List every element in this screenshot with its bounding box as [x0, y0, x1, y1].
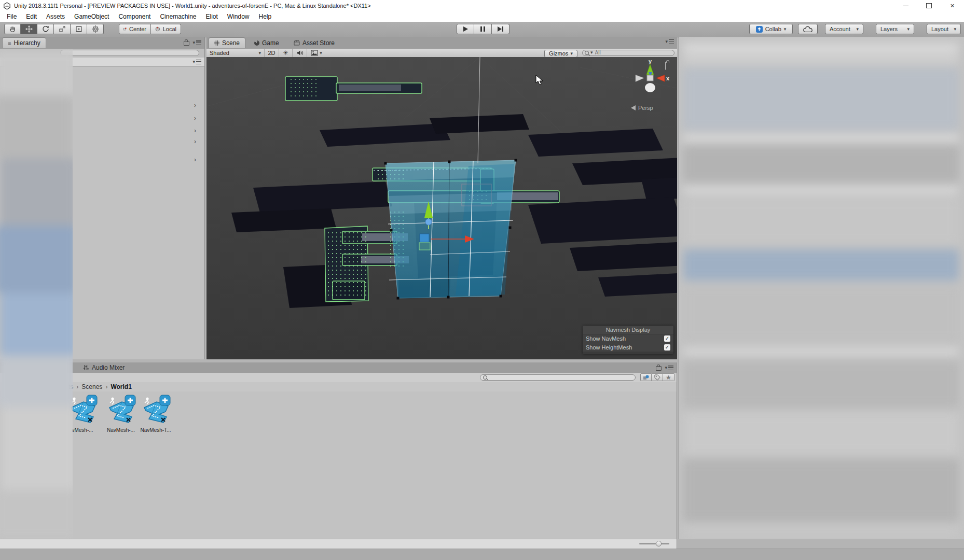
pause-icon	[480, 26, 485, 32]
thumbnail-zoom-slider[interactable]	[639, 543, 669, 544]
hand-tool-button[interactable]	[4, 24, 21, 34]
navmesh-display-row: Show HeightMesh ✓	[583, 343, 673, 352]
lock-icon[interactable]	[184, 41, 189, 46]
scene-audio-toggle[interactable]	[293, 49, 307, 57]
breadcrumb-scenes[interactable]: Scenes	[81, 383, 102, 390]
show-heightmesh-checkbox[interactable]: ✓	[664, 344, 670, 351]
menu-item-edit[interactable]: Edit	[21, 13, 42, 20]
blurred-left-column	[0, 49, 73, 539]
persp-cone-icon	[631, 105, 636, 110]
menu-item-help[interactable]: Help	[254, 13, 277, 20]
shading-mode-label: Shaded	[210, 50, 229, 56]
west-axis-cone[interactable]	[636, 75, 644, 82]
menu-item-window[interactable]: Window	[223, 13, 254, 20]
rect-tool-button[interactable]	[71, 24, 87, 34]
close-button[interactable]: ✕	[941, 0, 964, 11]
layout-caret-icon: ▾	[954, 27, 956, 32]
scene-search-field[interactable]: ▾	[582, 50, 674, 56]
tab-game[interactable]: Game	[249, 37, 284, 48]
scale-icon	[59, 25, 66, 33]
shading-mode-dropdown[interactable]: Shaded ▾	[206, 49, 265, 57]
menu-item-assets[interactable]: Assets	[42, 13, 70, 20]
space-toggle-button[interactable]: Local	[151, 24, 181, 34]
show-navmesh-label: Show NavMesh	[586, 335, 664, 342]
gizmos-button[interactable]: Gizmos ▾	[544, 50, 577, 58]
asset-label: NavMesh-...	[103, 427, 139, 433]
collab-label: Collab	[765, 26, 781, 32]
asset-tile-navmesh-3[interactable]: NavMesh-T...	[137, 395, 174, 433]
scene-viewport[interactable]: y x Persp Navmesh Display Show NavMesh ✓	[206, 57, 677, 359]
hierarchy-item-expander[interactable]: ›	[194, 157, 201, 163]
scene-pane-menu-button[interactable]: ▾	[665, 39, 674, 44]
project-lock-icon[interactable]	[656, 366, 662, 371]
move-tool-button[interactable]	[21, 24, 37, 34]
pause-button[interactable]	[474, 24, 492, 34]
gizmo-lock-icon[interactable]	[665, 62, 666, 69]
cloud-button[interactable]	[798, 24, 818, 34]
menu-item-eliot[interactable]: Eliot	[201, 13, 223, 20]
favorites-button[interactable]: ★	[663, 373, 674, 381]
breadcrumb-world1[interactable]: World1	[111, 383, 131, 390]
menu-item-file[interactable]: File	[2, 13, 21, 20]
transform-tool-button[interactable]	[87, 24, 104, 34]
tag-icon	[654, 374, 660, 381]
axis-y-label: y	[649, 58, 652, 64]
tab-scene[interactable]: Scene	[209, 37, 245, 48]
account-button[interactable]: Account ▾	[825, 24, 863, 34]
check-icon: ✓	[665, 336, 669, 341]
shading-caret-icon: ▾	[258, 51, 261, 55]
scene-lighting-toggle[interactable]: ☀	[279, 49, 293, 57]
zoom-slider-knob[interactable]	[656, 541, 662, 547]
scene-3d-render	[206, 57, 677, 359]
hierarchy-item-expander[interactable]: ›	[194, 128, 201, 134]
menu-item-cinemachine[interactable]: Cinemachine	[155, 13, 201, 20]
x-axis-cone[interactable]	[656, 75, 665, 82]
transform-icon	[92, 25, 99, 33]
projection-toggle[interactable]: Persp	[631, 105, 676, 111]
scene-search-input[interactable]	[594, 49, 669, 56]
hierarchy-item-expander[interactable]: ›	[194, 102, 201, 108]
speaker-icon	[296, 50, 304, 56]
blurred-content	[679, 37, 964, 539]
rotate-tool-button[interactable]	[37, 24, 54, 34]
menu-item-component[interactable]: Component	[114, 13, 155, 20]
breadcrumb: ts › Scenes › World1	[0, 382, 677, 392]
tab-asset-store[interactable]: Asset Store	[288, 37, 340, 48]
maximize-button[interactable]	[917, 0, 941, 11]
tab-audio-mixer[interactable]: Audio Mixer	[83, 362, 125, 373]
image-icon	[311, 50, 318, 56]
tab-hierarchy[interactable]: ≡ Hierarchy	[2, 37, 46, 48]
minimize-button[interactable]	[894, 0, 917, 11]
project-search-field[interactable]	[480, 374, 636, 381]
navmesh-volume	[384, 159, 517, 300]
pane-menu-button[interactable]: ▾	[192, 40, 201, 45]
show-navmesh-checkbox[interactable]: ✓	[664, 335, 670, 342]
2d-toggle-button[interactable]: 2D	[265, 49, 279, 57]
play-button[interactable]	[457, 24, 474, 34]
layers-button[interactable]: Layers ▾	[876, 24, 914, 34]
search-by-label-button[interactable]	[652, 373, 663, 381]
layout-button[interactable]: Layout ▾	[927, 24, 961, 34]
cloud-icon	[803, 26, 813, 33]
status-bar	[0, 549, 964, 560]
menu-item-gameobject[interactable]: GameObject	[70, 13, 114, 20]
hierarchy-item-expander[interactable]: ›	[194, 115, 201, 121]
scale-tool-button[interactable]	[54, 24, 71, 34]
project-asset-grid[interactable]: vMesh-... NavMesh-...	[0, 391, 677, 539]
step-button[interactable]	[492, 24, 509, 34]
collab-button[interactable]: Collab ▾	[749, 24, 793, 34]
mouse-cursor	[535, 75, 544, 86]
projection-label: Persp	[638, 105, 653, 111]
asset-tile-navmesh-2[interactable]: NavMesh-...	[103, 395, 139, 433]
project-pane-menu-button[interactable]: ▾	[665, 366, 673, 370]
pivot-toggle-button[interactable]: Center	[119, 24, 151, 34]
collab-caret-icon: ▾	[784, 27, 787, 32]
hierarchy-filter-menu-button[interactable]: ▾	[192, 60, 201, 64]
gizmo-center-cube[interactable]	[647, 75, 653, 81]
bottom-axis-sphere[interactable]	[645, 83, 655, 92]
hierarchy-search-input[interactable]	[60, 50, 199, 56]
hierarchy-item-expander[interactable]: ›	[194, 138, 201, 145]
search-by-type-button[interactable]	[640, 373, 652, 381]
project-search-input[interactable]	[489, 374, 632, 381]
scene-effects-dropdown[interactable]: ▾	[307, 49, 326, 57]
